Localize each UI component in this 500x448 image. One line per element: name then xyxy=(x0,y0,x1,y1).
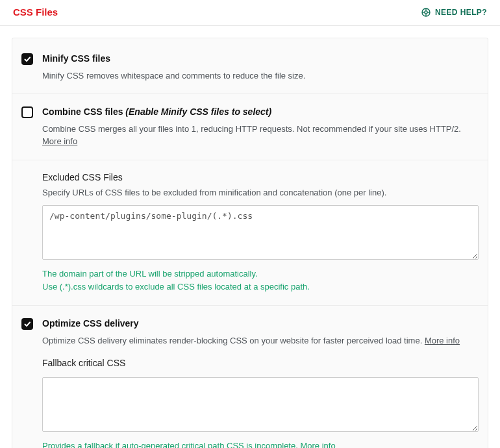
fallback-more-info-link[interactable]: More info xyxy=(300,441,335,448)
minify-label: Minify CSS files xyxy=(42,53,479,66)
fallback-hint: Provides a fallback if auto-generated cr… xyxy=(42,440,479,448)
minify-checkbox[interactable] xyxy=(21,53,33,65)
excluded-textarea[interactable] xyxy=(42,205,479,260)
combine-more-info-link[interactable]: More info xyxy=(42,136,77,146)
option-minify: Minify CSS files Minify CSS removes whit… xyxy=(12,41,488,94)
option-combine: Combine CSS files (Enable Minify CSS fil… xyxy=(12,94,488,160)
help-label: NEED HELP? xyxy=(435,8,487,17)
fallback-title: Fallback critical CSS xyxy=(42,358,479,368)
minify-desc: Minify CSS removes whitespace and commen… xyxy=(42,69,479,82)
option-excluded: Excluded CSS Files Specify URLs of CSS f… xyxy=(12,160,488,306)
option-optimize: Optimize CSS delivery Optimize CSS deliv… xyxy=(12,306,488,353)
section-header: CSS Files NEED HELP? xyxy=(0,0,500,26)
fallback-textarea[interactable] xyxy=(42,377,479,432)
svg-point-1 xyxy=(425,10,427,13)
css-settings-panel: Minify CSS files Minify CSS removes whit… xyxy=(12,38,488,448)
optimize-checkbox[interactable] xyxy=(21,318,33,330)
optimize-more-info-link[interactable]: More info xyxy=(425,336,460,345)
combine-checkbox[interactable] xyxy=(21,106,33,118)
combine-desc: Combine CSS merges all your files into 1… xyxy=(42,123,479,148)
excluded-title: Excluded CSS Files xyxy=(42,172,479,182)
combine-label: Combine CSS files (Enable Minify CSS fil… xyxy=(42,106,479,119)
section-title: CSS Files xyxy=(13,6,58,18)
help-link[interactable]: NEED HELP? xyxy=(421,7,487,18)
excluded-desc: Specify URLs of CSS files to be excluded… xyxy=(42,186,479,199)
optimize-desc: Optimize CSS delivery eliminates render-… xyxy=(42,334,479,347)
combine-hint: (Enable Minify CSS files to select) xyxy=(125,106,271,117)
excluded-hint: The domain part of the URL will be strip… xyxy=(42,268,479,293)
help-icon xyxy=(421,7,431,18)
optimize-label: Optimize CSS delivery xyxy=(42,317,479,330)
option-fallback: Fallback critical CSS Provides a fallbac… xyxy=(12,354,488,448)
